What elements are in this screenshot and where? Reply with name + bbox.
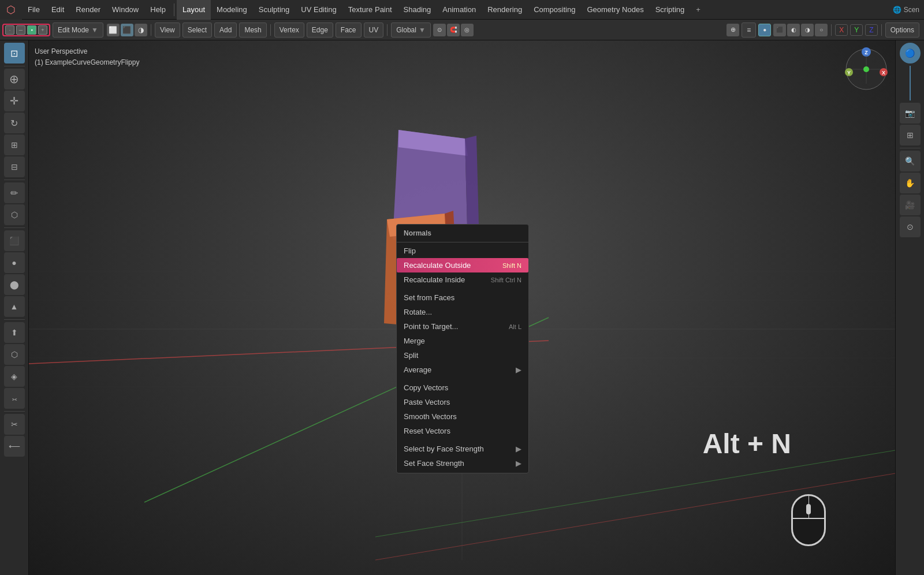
tool-move[interactable]: ✛ [4,91,25,111]
ctx-item-copy-vectors[interactable]: Copy Vectors [397,380,528,395]
tool-select[interactable]: ⊡ [4,43,25,64]
ctx-item-select-by-face-strength[interactable]: Select by Face Strength ▶ [397,442,528,456]
workspace-compositing[interactable]: Compositing [528,0,581,20]
workspace-scripting[interactable]: Scripting [650,0,691,20]
workspace-sculpting[interactable]: Sculpting [253,0,295,20]
workspace-uv-editing[interactable]: UV Editing [295,0,342,20]
ctx-average-label: Average [404,365,431,374]
menu-help[interactable]: Help [144,0,172,20]
sidebar-sep-1 [4,66,25,66]
edit-mode-dropdown[interactable]: Edit Mode ▼ [53,23,103,38]
ctx-item-set-from-faces[interactable]: Set from Faces [397,290,528,305]
vertex-menu[interactable]: Vertex [274,23,304,38]
right-tool-zoom[interactable]: 🎥 [900,195,921,215]
ctx-item-recalculate-inside[interactable]: Recalculate Inside Shift Ctrl N [397,272,528,287]
view-menu[interactable]: View [155,23,180,38]
viewport[interactable]: User Perspective (1) ExampleCurveGeometr… [29,40,895,575]
mode-extra-btn[interactable]: + [38,25,47,35]
tool-add-cone[interactable]: ▲ [4,296,25,317]
ctx-item-paste-vectors[interactable]: Paste Vectors [397,395,528,409]
edge-menu[interactable]: Edge [307,23,333,38]
ctx-item-merge[interactable]: Merge [397,334,528,348]
edge-mode-btn[interactable]: ─ [16,25,25,35]
ctx-item-reset-vectors[interactable]: Reset Vectors [397,424,528,438]
tool-measure[interactable]: ⬡ [4,204,25,225]
menu-render[interactable]: Render [70,0,106,20]
options-btn[interactable]: Options [885,23,919,38]
menu-window[interactable]: Window [106,0,144,20]
transform-space-dropdown[interactable]: Global ▼ [391,23,431,38]
ctx-set-from-faces-label: Set from Faces [404,293,454,302]
context-menu-sep-top [397,242,528,242]
vertex-mode-btn[interactable]: · [5,25,14,35]
viewport-shading-wireframe[interactable]: ⬜ [107,24,120,36]
face-mode-btn[interactable]: ▪ [27,25,36,35]
scene-icon: 🌐 [893,6,901,14]
shade-render-btn[interactable]: ◑ [801,24,814,36]
tool-add-cylinder[interactable]: ⬤ [4,274,25,295]
context-menu-title: Normals [397,227,528,241]
ctx-item-flip[interactable]: Flip [397,244,528,258]
face-menu[interactable]: Face [336,23,362,38]
shade-solid-btn[interactable]: ⬛ [773,24,786,36]
tool-cursor[interactable]: ⊕ [4,69,25,89]
tool-bisect[interactable]: ⟵ [4,436,25,457]
svg-text:Y: Y [847,70,851,76]
pivot-center-btn[interactable]: ⊙ [433,24,446,36]
workspace-texture-paint[interactable]: Texture Paint [342,0,398,20]
ctx-item-split[interactable]: Split [397,348,528,363]
tool-scale[interactable]: ⊞ [4,135,25,155]
right-tool-view[interactable]: 🔵 [900,43,921,64]
workspace-modeling[interactable]: Modeling [211,0,253,20]
ctx-item-set-face-strength[interactable]: Set Face Strength ▶ [397,456,528,471]
workspace-animation[interactable]: Animation [437,0,482,20]
mouse-scroll-wheel [806,504,811,514]
menu-file[interactable]: File [22,0,46,20]
tool-extrude[interactable]: ⬆ [4,322,25,343]
add-menu[interactable]: Add [214,23,237,38]
scene-label: Scen [904,6,919,14]
ctx-item-smooth-vectors[interactable]: Smooth Vectors [397,409,528,424]
tool-loop-cut[interactable]: ⟗ [4,388,25,409]
tool-bevel[interactable]: ◈ [4,366,25,387]
tool-transform[interactable]: ⊟ [4,156,25,177]
viewport-shading-solid[interactable]: ⬛ [121,24,133,36]
shade-material-btn[interactable]: ◐ [787,24,800,36]
add-workspace-button[interactable]: + [690,0,706,20]
right-tool-search[interactable]: 🔍 [900,151,921,171]
right-tool-hand[interactable]: ✋ [900,173,921,193]
tool-inset[interactable]: ⬡ [4,344,25,365]
uv-menu[interactable]: UV [364,23,384,38]
overlay-btn[interactable]: ⊕ [726,24,739,36]
right-tool-camera[interactable]: 📷 [900,103,921,124]
right-tool-grid[interactable]: ⊞ [900,125,921,145]
right-tool-scene[interactable]: ⊙ [900,216,921,237]
viewport-gizmo[interactable]: Z X Y [843,46,889,92]
sidebar-sep-5 [4,411,25,412]
viewport-overlay-dropdown[interactable]: ≡ [742,23,756,38]
shade-extra-btn[interactable]: ○ [815,24,828,36]
workspace-rendering[interactable]: Rendering [482,0,528,20]
tool-add-sphere[interactable]: ● [4,252,25,273]
viewport-sphere-btn[interactable]: ● [758,24,771,36]
ctx-item-rotate[interactable]: Rotate... [397,305,528,319]
workspace-layout[interactable]: Layout [177,0,211,20]
tool-add-cube[interactable]: ⬛ [4,230,25,251]
workspace-shading[interactable]: Shading [398,0,437,20]
ctx-recalculate-inside-label: Recalculate Inside [404,275,465,284]
tool-knife[interactable]: ✂ [4,414,25,435]
ctx-item-average[interactable]: Average ▶ [397,363,528,377]
ctx-item-recalculate-outside[interactable]: Recalculate Outside Shift N [397,258,528,272]
proportional-editing-btn[interactable]: ◎ [461,24,474,36]
select-menu[interactable]: Select [182,23,212,38]
ctx-item-point-to-target[interactable]: Point to Target... Alt L [397,319,528,334]
ctx-point-to-target-label: Point to Target... [404,322,458,331]
mesh-menu[interactable]: Mesh [239,23,266,38]
viewport-shading-material[interactable]: ◑ [135,24,147,36]
menu-edit[interactable]: Edit [46,0,70,20]
snap-btn[interactable]: 🧲 [447,24,460,36]
tool-rotate[interactable]: ↻ [4,113,25,133]
tool-annotate[interactable]: ✏ [4,182,25,203]
workspace-geometry-nodes[interactable]: Geometry Nodes [581,0,649,20]
ctx-recalculate-outside-shortcut: Shift N [502,262,521,269]
